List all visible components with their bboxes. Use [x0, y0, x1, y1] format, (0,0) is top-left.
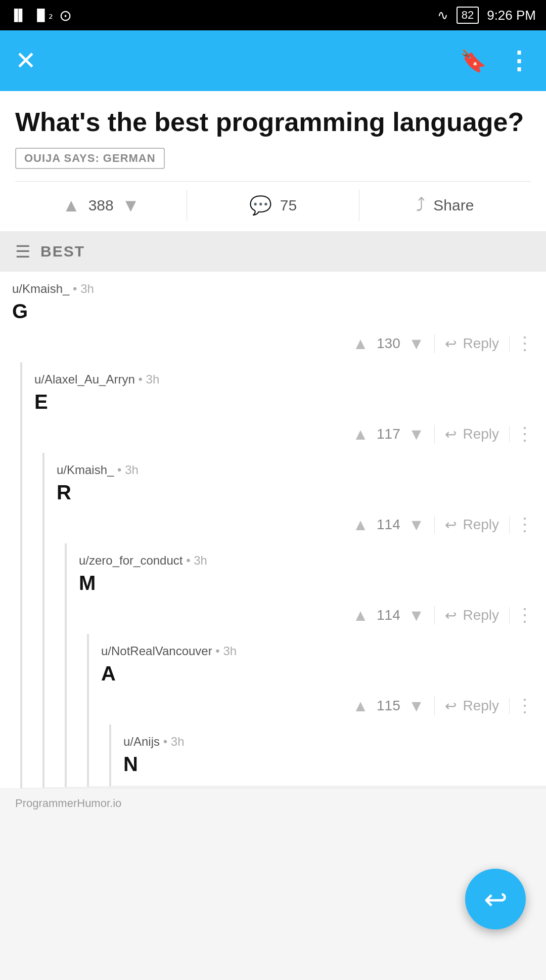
comment-1: u/Kmaish_ • 3h G ▲ 130 ▼ ↩ Reply ⋮	[0, 272, 546, 789]
downvote-icon[interactable]: ▼	[122, 195, 140, 216]
share-label: Share	[433, 197, 474, 214]
comment-1-time: 3h	[80, 282, 94, 295]
comment-4-time: 3h	[194, 553, 207, 567]
comment-2-count: 117	[377, 426, 400, 442]
comment-3-upvote[interactable]: ▲	[352, 516, 369, 534]
whatsapp-icon: ⊙	[59, 7, 72, 24]
comment-2-upvote[interactable]: ▲	[352, 425, 369, 444]
comment-3-inner: u/Kmaish_ • 3h R ▲ 114 ▼	[44, 453, 546, 543]
fab-reply-button[interactable]: ↩	[465, 869, 526, 929]
close-icon: ✕	[15, 47, 36, 75]
comment-1-downvote[interactable]: ▼	[408, 334, 425, 353]
comment-6-wrapper: u/Anijs • 3h N	[109, 725, 546, 786]
comment-6-body: N	[123, 753, 534, 776]
comment-4-meta: u/zero_for_conduct • 3h	[79, 553, 534, 568]
comment-2-wrapper: u/Alaxel_Au_Arryn • 3h E ▲ 117 ▼ ↩	[20, 362, 546, 788]
post-actions: ▲ 388 ▼ 💬 75 ⤴ Share	[15, 181, 531, 221]
comment-1-inner: u/Kmaish_ • 3h G ▲ 130 ▼ ↩ Reply ⋮	[0, 272, 546, 362]
reply-4-label: Reply	[463, 607, 499, 623]
comment-6-meta: u/Anijs • 3h	[123, 735, 534, 749]
comment-3-more-button[interactable]: ⋮	[516, 514, 534, 535]
filter-icon: ☰	[15, 241, 30, 262]
status-bar: ▐▌ ▐▌₂ ⊙ ∿ 82 9:26 PM	[0, 0, 546, 30]
comment-6-time: 3h	[171, 735, 185, 748]
comment-2: u/Alaxel_Au_Arryn • 3h E ▲ 117 ▼ ↩	[22, 362, 546, 788]
comment-3-time: 3h	[125, 463, 139, 477]
comment-1-reply-button[interactable]: ↩ Reply	[445, 335, 510, 352]
comment-5-meta: u/NotRealVancouver • 3h	[101, 644, 534, 658]
comment-3-reply-button[interactable]: ↩ Reply	[445, 517, 510, 533]
comment-2-vote-group: ▲ 117 ▼	[352, 425, 435, 444]
comment-5-vote-group: ▲ 115 ▼	[352, 697, 435, 715]
footer: ProgrammerHumor.io	[0, 789, 546, 818]
comment-3-downvote[interactable]: ▼	[408, 516, 425, 534]
post-title: What's the best programming language?	[15, 106, 531, 138]
comment-1-more-button[interactable]: ⋮	[516, 333, 534, 354]
comment-2-author: u/Alaxel_Au_Arryn	[34, 372, 135, 386]
comment-2-actions: ▲ 117 ▼ ↩ Reply ⋮	[34, 419, 534, 449]
comment-5-downvote[interactable]: ▼	[408, 697, 425, 715]
comment-4-reply-button[interactable]: ↩ Reply	[445, 607, 510, 624]
comment-5-reply-button[interactable]: ↩ Reply	[445, 698, 510, 714]
comment-6: u/Anijs • 3h N	[111, 725, 546, 786]
reply-2-icon: ↩	[445, 426, 457, 443]
comment-4-upvote[interactable]: ▲	[352, 606, 369, 625]
comment-2-reply-button[interactable]: ↩ Reply	[445, 426, 510, 443]
battery-indicator: 82	[457, 7, 479, 24]
reply-2-label: Reply	[463, 426, 499, 442]
comment-4-downvote[interactable]: ▼	[408, 606, 425, 625]
upvote-icon[interactable]: ▲	[62, 195, 80, 216]
time-display: 9:26 PM	[487, 8, 536, 23]
share-icon: ⤴	[416, 195, 425, 216]
comment-2-downvote[interactable]: ▼	[408, 425, 425, 444]
comment-5-count: 115	[377, 698, 400, 714]
comment-5: u/NotRealVancouver • 3h A ▲	[89, 634, 546, 787]
comment-4-actions: ▲ 114 ▼ ↩ Reply ⋮	[79, 601, 534, 630]
comment-5-time: 3h	[223, 644, 237, 658]
comment-4-inner: u/zero_for_conduct • 3h M ▲ 114	[67, 543, 546, 634]
comment-2-more-button[interactable]: ⋮	[516, 423, 534, 445]
comment-5-inner: u/NotRealVancouver • 3h A ▲	[89, 634, 546, 725]
app-bar: ✕ 🔖 ⋮	[0, 30, 546, 91]
comment-1-actions: ▲ 130 ▼ ↩ Reply ⋮	[12, 329, 534, 358]
status-right: ∿ 82 9:26 PM	[437, 7, 536, 24]
post-content: What's the best programming language? OU…	[0, 91, 546, 231]
share-action-group[interactable]: ⤴ Share	[359, 190, 531, 221]
comment-1-count: 130	[377, 335, 400, 352]
sort-bar[interactable]: ☰ BEST	[0, 231, 546, 272]
comment-3-author: u/Kmaish_	[57, 463, 114, 477]
bookmark-icon[interactable]: 🔖	[460, 49, 486, 73]
comment-6-inner: u/Anijs • 3h N	[111, 725, 546, 786]
reply-3-icon: ↩	[445, 517, 457, 533]
comment-action-group: 💬 75	[187, 190, 358, 221]
comment-6-author: u/Anijs	[123, 735, 160, 748]
comment-4: u/zero_for_conduct • 3h M ▲ 114	[67, 543, 546, 787]
comment-1-upvote[interactable]: ▲	[352, 334, 369, 353]
post-flair: OUIJA SAYS: GERMAN	[15, 148, 165, 169]
comment-5-more-button[interactable]: ⋮	[516, 695, 534, 716]
comment-2-time: 3h	[146, 372, 160, 386]
comment-5-author: u/NotRealVancouver	[101, 644, 212, 658]
reply-icon: ↩	[445, 335, 457, 352]
more-options-icon[interactable]: ⋮	[507, 47, 531, 75]
reply-label: Reply	[463, 335, 499, 352]
comment-4-more-button[interactable]: ⋮	[516, 605, 534, 626]
comment-2-inner: u/Alaxel_Au_Arryn • 3h E ▲ 117 ▼ ↩	[22, 362, 546, 453]
comment-4-wrapper: u/zero_for_conduct • 3h M ▲ 114	[65, 543, 546, 787]
comment-1-meta: u/Kmaish_ • 3h	[12, 282, 534, 296]
comment-3-actions: ▲ 114 ▼ ↩ Reply ⋮	[57, 510, 534, 539]
comment-1-vote-group: ▲ 130 ▼	[352, 334, 435, 353]
comment-icon: 💬	[249, 195, 272, 216]
reply-5-label: Reply	[463, 698, 499, 714]
comment-5-actions: ▲ 115 ▼ ↩ Reply	[101, 691, 534, 720]
comment-2-meta: u/Alaxel_Au_Arryn • 3h	[34, 372, 534, 387]
comment-3-body: R	[57, 481, 534, 504]
comment-1-author: u/Kmaish_	[12, 282, 69, 295]
comment-4-author: u/zero_for_conduct	[79, 553, 183, 567]
close-button[interactable]: ✕	[15, 46, 36, 75]
reply-4-icon: ↩	[445, 607, 457, 624]
sort-label: BEST	[40, 243, 85, 260]
comment-5-upvote[interactable]: ▲	[352, 697, 369, 715]
comment-1-dot: •	[73, 282, 80, 295]
wifi-icon: ∿	[437, 8, 448, 23]
